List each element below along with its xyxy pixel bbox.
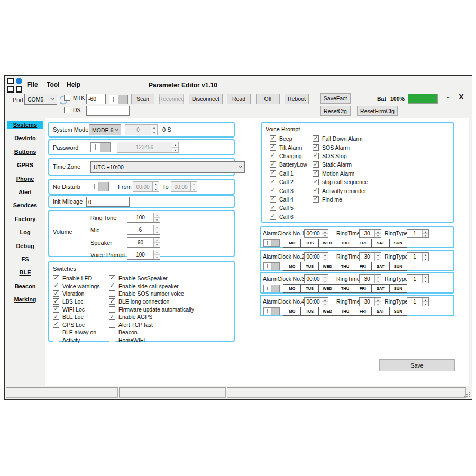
spinner-down-icon[interactable]: ▼ (322, 257, 328, 261)
day-button-tus[interactable]: TUS (301, 285, 318, 292)
call-1-checkbox[interactable]: ✓ (270, 170, 276, 177)
rssi-input[interactable] (86, 94, 106, 104)
enable-sosspeaker-checkbox[interactable]: ✓ (109, 275, 115, 281)
reconnec-button[interactable]: Reconnec (159, 94, 184, 104)
day-button-tus[interactable]: TUS (301, 307, 318, 315)
day-button-mo[interactable]: MO (283, 307, 301, 315)
no-disturb-toggle[interactable] (89, 182, 109, 191)
spinner-down-icon[interactable]: ▼ (423, 279, 428, 283)
sidebar-item-alert[interactable]: Alert (7, 188, 43, 196)
ring-tone-spinner[interactable]: 100▲▼ (127, 213, 160, 223)
spinner-up-icon[interactable]: ▲ (322, 230, 328, 233)
menu-tool[interactable]: Tool (47, 81, 59, 88)
resetfirmcfg-button[interactable]: ResetFirmCfg (357, 106, 398, 116)
day-button-mo[interactable]: MO (283, 239, 301, 247)
fall-down-alarm-checkbox[interactable]: ✓ (313, 135, 319, 142)
call-4-checkbox[interactable]: ✓ (270, 196, 276, 203)
lbs-loc-checkbox[interactable]: ✓ (53, 298, 59, 305)
no-disturb-to-spinner[interactable]: 00:00▲▼ (171, 181, 197, 192)
enable-sos-number-voice-checkbox[interactable] (109, 290, 115, 297)
day-button-sun[interactable]: SUN (390, 307, 407, 315)
scan-button[interactable]: Scan (131, 94, 154, 104)
off-button[interactable]: Off (256, 94, 280, 104)
day-button-sun[interactable]: SUN (390, 285, 407, 292)
spinner-down-icon[interactable]: ▼ (423, 233, 428, 237)
spinner-down-icon[interactable]: ▼ (322, 279, 328, 283)
system-mode-select[interactable]: MODE 6 ∨ (89, 124, 121, 135)
find-me-checkbox[interactable]: ✓ (313, 196, 319, 203)
sidebar-item-systems[interactable]: Systems (7, 121, 43, 129)
alarm-3-ringtype-spinner[interactable]: 1▲▼ (407, 274, 429, 283)
spinner-down-icon[interactable]: ▼ (191, 187, 197, 192)
charging-checkbox[interactable]: ✓ (270, 153, 276, 159)
alarm-4-ringtime-spinner[interactable]: 30▲▼ (359, 297, 381, 306)
sidebar-item-log[interactable]: Log (7, 228, 43, 236)
spinner-down-icon[interactable]: ▼ (423, 257, 428, 261)
spinner-down-icon[interactable]: ▼ (154, 230, 160, 234)
voice-prompt-spinner[interactable]: 100▲▼ (127, 250, 160, 260)
homewifi-checkbox[interactable] (109, 337, 115, 343)
spinner-down-icon[interactable]: ▼ (375, 301, 381, 306)
menu-file[interactable]: File (27, 81, 38, 88)
resize-grip[interactable] (464, 392, 470, 397)
sidebar-item-ble[interactable]: BLE (7, 268, 43, 277)
beep-checkbox[interactable]: ✓ (270, 135, 276, 142)
enable-led-checkbox[interactable]: ✓ (53, 275, 59, 281)
alarm-1-ringtype-spinner[interactable]: 1▲▼ (407, 229, 429, 238)
call-3-checkbox[interactable]: ✓ (270, 188, 276, 194)
day-button-mo[interactable]: MO (283, 285, 301, 292)
alarm-1-ringtime-spinner[interactable]: 30▲▼ (359, 229, 381, 238)
password-toggle[interactable] (90, 142, 111, 152)
spinner-up-icon[interactable]: ▲ (423, 298, 428, 301)
spinner-down-icon[interactable]: ▼ (151, 130, 157, 135)
alarm-3-toggle[interactable] (263, 285, 280, 292)
day-button-fri[interactable]: FRI (354, 285, 372, 292)
alarm-2-ringtime-spinner[interactable]: 30▲▼ (359, 252, 381, 261)
alarm-1-time-spinner[interactable]: 00:00▲▼ (304, 229, 328, 238)
alarm-2-ringtype-spinner[interactable]: 1▲▼ (407, 252, 429, 261)
static-alarm-checkbox[interactable]: ✓ (313, 161, 319, 168)
day-button-tus[interactable]: TUS (301, 239, 318, 247)
init-mileage-input[interactable] (86, 197, 130, 207)
day-button-thu[interactable]: THU (336, 307, 354, 315)
sos-alarm-checkbox[interactable]: ✓ (313, 144, 319, 151)
spinner-up-icon[interactable]: ▲ (191, 182, 197, 187)
spinner-up-icon[interactable]: ▲ (154, 250, 160, 254)
sidebar-item-gprs[interactable]: GPRS (7, 161, 43, 169)
day-button-thu[interactable]: THU (336, 262, 354, 270)
close-button[interactable]: X (456, 93, 466, 104)
disconnect-button[interactable]: Disconnect (189, 94, 223, 104)
spinner-up-icon[interactable]: ▲ (151, 125, 157, 130)
mtk-checkbox[interactable] (64, 95, 70, 101)
sidebar-item-marking[interactable]: Marking (7, 295, 43, 304)
day-button-fri[interactable]: FRI (354, 239, 372, 247)
day-button-wed[interactable]: WED (319, 307, 336, 315)
spinner-up-icon[interactable]: ▲ (375, 275, 381, 279)
day-button-sat[interactable]: SAT (372, 285, 389, 292)
spinner-up-icon[interactable]: ▲ (154, 238, 160, 242)
alarm-1-toggle[interactable] (263, 239, 280, 247)
activity-checkbox[interactable] (53, 337, 59, 343)
ds-value-input[interactable] (86, 106, 130, 116)
ble-alway-on-checkbox[interactable] (53, 329, 59, 335)
spinner-up-icon[interactable]: ▲ (154, 213, 160, 217)
speaker-spinner[interactable]: 90▲▼ (127, 237, 160, 248)
day-button-fri[interactable]: FRI (354, 262, 372, 270)
spinner-up-icon[interactable]: ▲ (322, 253, 328, 257)
timezone-select[interactable]: UTC +10:00 ∨ (90, 161, 245, 173)
spinner-up-icon[interactable]: ▲ (322, 275, 328, 279)
call-2-checkbox[interactable]: ✓ (270, 179, 276, 185)
spinner-down-icon[interactable]: ▼ (375, 279, 381, 283)
spinner-down-icon[interactable]: ▼ (172, 147, 178, 152)
day-button-sat[interactable]: SAT (372, 307, 389, 315)
alarm-4-time-spinner[interactable]: 00:00▲▼ (304, 297, 328, 306)
enable-side-call-speaker-checkbox[interactable]: ✓ (109, 283, 115, 289)
alarm-2-toggle[interactable] (263, 262, 280, 270)
spinner-up-icon[interactable]: ▲ (375, 253, 381, 257)
mic-spinner[interactable]: 6▲▼ (127, 225, 160, 235)
spinner-down-icon[interactable]: ▼ (154, 254, 160, 259)
firmware-update-automatically-checkbox[interactable] (109, 306, 115, 313)
day-button-wed[interactable]: WED (319, 262, 336, 270)
spinner-up-icon[interactable]: ▲ (375, 230, 381, 233)
port-select[interactable]: COM5 ∨ (24, 94, 57, 105)
